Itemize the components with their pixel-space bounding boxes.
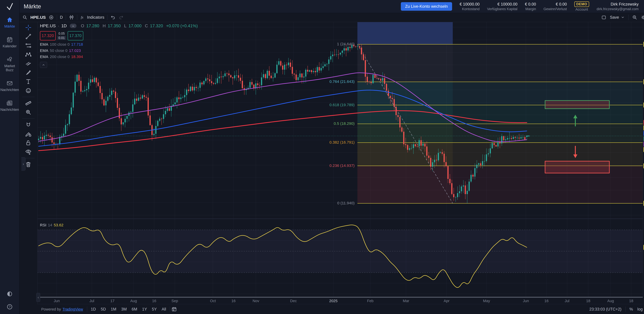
trash-tool-icon[interactable] xyxy=(25,161,32,168)
zoom-tool-icon[interactable] xyxy=(25,109,32,116)
pane-resize-handle[interactable] xyxy=(37,297,643,298)
time-tick: Jul xyxy=(90,299,94,303)
gear-icon[interactable] xyxy=(641,15,644,20)
pencil-lock-tool-icon[interactable] xyxy=(25,130,32,137)
indicators-button[interactable]: fx Indicators xyxy=(80,15,104,20)
ema-params: 50 close 0 xyxy=(50,48,68,53)
indicator-row-ema100[interactable]: EMA 100 close 0 17.718 xyxy=(40,42,198,46)
sidebar-item-kalender[interactable]: Kalender xyxy=(0,36,19,48)
user-name: Dirk Friczewsky xyxy=(611,2,638,6)
magnet-tool-icon[interactable] xyxy=(25,121,32,128)
divider xyxy=(66,15,66,20)
indicator-row-ema200[interactable]: EMA 200 close 0 18.394 xyxy=(40,54,198,59)
quick-search-icon[interactable] xyxy=(632,15,637,20)
crosshair-tool-icon[interactable] xyxy=(25,24,32,31)
sidebar-item-maerkte[interactable]: Märkte xyxy=(0,16,19,28)
time-tick: Apr xyxy=(444,299,450,303)
chart-type-icon[interactable] xyxy=(69,15,74,20)
symbol-search-button[interactable]: HPE.US xyxy=(30,15,46,20)
ohlc-label: O xyxy=(81,23,84,28)
range-1m[interactable]: 1M xyxy=(111,307,116,312)
bottom-toolbar: Powered by TradingView 1D5D1M3M6M1Y5YAll… xyxy=(37,304,644,314)
divider xyxy=(22,118,34,119)
bottom-panel-collapse-handle[interactable]: ‹ xyxy=(36,293,40,302)
price-badge: 21.643 xyxy=(644,79,644,84)
price-badge: 17.718 xyxy=(644,131,644,136)
sidebar-item-label: Märkte xyxy=(0,24,19,28)
sidebar-item-market-buzz[interactable]: Market Buzz xyxy=(0,56,19,72)
trade-widget: 17.320 0.05 0.01 17.370 xyxy=(40,31,198,40)
indicator-row-ema50[interactable]: EMA 50 close 0 17.023 xyxy=(40,48,198,53)
range-5y[interactable]: 5Y xyxy=(152,307,157,312)
theme-toggle-icon[interactable] xyxy=(6,290,13,298)
divider xyxy=(625,307,626,312)
trendline-tool-icon[interactable] xyxy=(25,33,32,40)
range-3m[interactable]: 3M xyxy=(121,307,127,312)
legend-collapse-button[interactable] xyxy=(40,62,47,68)
sell-button[interactable]: 17.320 xyxy=(40,31,56,40)
rsi-legend[interactable]: RSI 14 53.62 xyxy=(40,223,63,227)
time-tick: 17 xyxy=(110,299,114,303)
switch-to-live-button[interactable]: Zu Live-Konto wechseln xyxy=(401,2,452,11)
redo-icon[interactable] xyxy=(118,15,124,20)
stat-label: Verfügbares Kapital xyxy=(487,7,518,11)
ohlc-change: +0.070 (+0.41%) xyxy=(166,23,198,28)
ohlc-open: 17.280 xyxy=(86,23,99,28)
price-badge: 14.937 xyxy=(644,163,644,169)
sidebar-item-nachrichten-mail[interactable]: Nachrichten xyxy=(0,80,19,92)
ohlc-label: C xyxy=(145,23,148,28)
tradingview-link[interactable]: TradingView xyxy=(62,307,83,312)
goto-date-icon[interactable] xyxy=(171,307,177,312)
stat-margin: € 0.00 Margin xyxy=(525,2,536,11)
legend-toggle-pill[interactable] xyxy=(70,24,76,28)
ema-name: EMA xyxy=(40,48,48,53)
sidebar-item-nachrichten-news[interactable]: Nachrichten xyxy=(0,100,19,112)
account-type: DEMO Account xyxy=(574,1,589,11)
channel-tool-icon[interactable] xyxy=(25,60,32,67)
clock[interactable]: 23:33:03 (UTC+2) xyxy=(590,307,622,312)
app-logo[interactable] xyxy=(0,0,19,13)
drawing-toolbar-expand-handle[interactable]: › xyxy=(22,157,26,171)
header: Märkte Zu Live-Konto wechseln € 10000.00… xyxy=(19,0,644,13)
stat-value: € 10000.00 xyxy=(460,2,480,6)
buzz-icon xyxy=(6,56,13,63)
price-badge: 53.62 xyxy=(644,245,644,250)
ruler-tool-icon[interactable] xyxy=(25,100,32,107)
fib-tool-icon[interactable] xyxy=(25,42,32,49)
range-buttons: 1D5D1M3M6M1Y5YAll xyxy=(87,307,170,312)
layout-icon[interactable] xyxy=(601,15,606,20)
search-icon[interactable] xyxy=(22,15,28,20)
save-button[interactable]: Save xyxy=(610,15,625,20)
range-1y[interactable]: 1Y xyxy=(142,307,147,312)
ema-value: 17.718 xyxy=(71,42,83,46)
price-badge: 16.791 xyxy=(644,147,644,152)
time-axis[interactable]: JunJul17Aug16SepOct16NovDec2025FebMarApr… xyxy=(37,298,643,304)
text-tool-icon[interactable] xyxy=(25,78,32,85)
ema-params: 100 close 0 xyxy=(50,42,70,46)
undo-icon[interactable] xyxy=(110,15,116,20)
buy-button[interactable]: 17.370 xyxy=(68,31,83,40)
ohlc-label: L xyxy=(124,23,126,28)
stat-gewinn-verlust: € 0.00 Gewinn/Verlust xyxy=(544,2,567,11)
help-icon[interactable]: ? xyxy=(6,303,13,311)
range-1d[interactable]: 1D xyxy=(91,307,96,312)
time-tick: Jul xyxy=(565,299,570,303)
range-5d[interactable]: 5D xyxy=(101,307,106,312)
eye-tool-icon[interactable] xyxy=(25,148,32,155)
legend-symbol[interactable]: HPE.US xyxy=(40,23,56,28)
xabcd-tool-icon[interactable] xyxy=(25,51,32,58)
brush-tool-icon[interactable] xyxy=(25,69,32,76)
price-axis[interactable]: 26.00025.00024.00023.00022.00021.00020.0… xyxy=(643,22,644,297)
scale-log[interactable]: log xyxy=(637,307,642,312)
compare-add-icon[interactable] xyxy=(48,15,54,20)
powered-by-label: Powered by xyxy=(41,307,61,312)
range-all[interactable]: All xyxy=(162,307,166,312)
ohlc-low: 17.000 xyxy=(128,23,142,28)
scale-percent[interactable]: % xyxy=(630,307,633,312)
range-6m[interactable]: 6M xyxy=(132,307,137,312)
interval-button[interactable]: D xyxy=(60,15,63,20)
save-label: Save xyxy=(610,15,619,20)
smiley-tool-icon[interactable] xyxy=(25,87,32,94)
lock-tool-icon[interactable] xyxy=(25,139,32,146)
price-badge: 17.320 xyxy=(644,136,644,141)
